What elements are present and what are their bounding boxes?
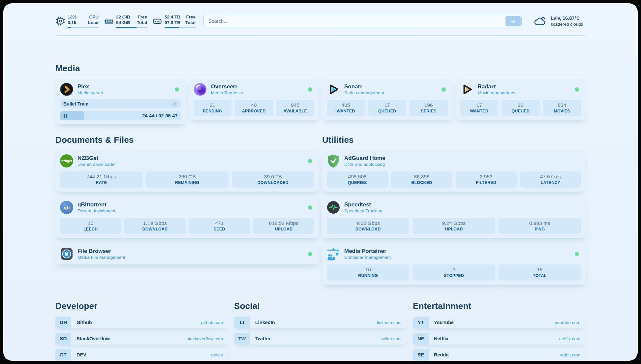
stat-label: FILTERED <box>457 180 515 185</box>
stat-label: RATE <box>61 180 141 185</box>
stat-label: PING <box>500 227 580 232</box>
app-description: Media Requests <box>211 90 304 96</box>
memory-widget: 22 GiB Free 64 GiB Total <box>104 14 147 28</box>
section-title-media: Media <box>55 63 586 74</box>
stat-value: 1.19 Gbps <box>126 220 184 227</box>
memory-icon <box>104 16 114 26</box>
stat-tile: 744.21 Mbps RATE <box>60 171 142 188</box>
bookmark-github[interactable]: GH Github github.com <box>55 317 228 328</box>
app-description: Usenet downloader <box>77 162 304 167</box>
status-online-dot <box>575 87 579 92</box>
bookmark-abbr: NF <box>413 333 429 345</box>
plex-icon <box>60 83 73 96</box>
stat-label: MOVIES <box>544 108 580 114</box>
app-card-qbittorrent[interactable]: qb qBittorrent Torrent downloader 16 LEE… <box>55 197 319 238</box>
app-card-adguard[interactable]: AdGuard Home DNS and adblocking 498,508 … <box>322 150 586 192</box>
app-card-overseerr[interactable]: Overseerr Media Requests 21 PENDING 40 A… <box>189 79 319 120</box>
stat-value: 0 <box>414 266 494 273</box>
stat-value: 2,953 <box>457 173 515 180</box>
cpu-progress-fill <box>68 27 71 28</box>
bookmark-abbr: TW <box>234 333 250 345</box>
bookmark-name: Netflix <box>434 336 448 341</box>
playback-progress-bar[interactable]: 24:44 / 02:06:47 <box>60 111 181 120</box>
stat-tile: 0.993 ms PING <box>499 218 581 234</box>
app-name: Media Portainer <box>344 248 570 255</box>
topbar-divider <box>55 36 586 36</box>
status-online-dot <box>308 205 312 210</box>
memory-label-2: Total <box>137 20 147 25</box>
app-description: Speedtest Tracking <box>344 208 581 214</box>
memory-total: 64 GiB <box>116 20 130 25</box>
bookmark-abbr: DT <box>55 349 71 361</box>
now-playing-row: Bullet Train <box>60 99 181 108</box>
bookmark-group-entertainment: Entertainment YT YouTube youtube.com NF … <box>413 301 586 361</box>
bookmark-name: Reddit <box>434 352 449 357</box>
stat-label: UPLOAD <box>255 227 313 232</box>
stat-value: 9.65 Gbps <box>328 220 408 227</box>
search-engine-button[interactable]: G <box>505 16 521 26</box>
app-description: DNS and adblocking <box>344 162 581 167</box>
bookmark-name: Github <box>76 320 92 325</box>
memory-label-1: Free <box>137 14 147 20</box>
app-name: qBittorrent <box>77 201 304 208</box>
stat-value: 86,396 <box>392 173 451 180</box>
overseerr-icon <box>194 83 207 96</box>
bookmark-abbr: RE <box>413 349 429 361</box>
bookmark-name: Twitter <box>255 336 270 341</box>
memory-free: 22 GiB <box>116 14 130 20</box>
app-description: Media server <box>77 90 170 96</box>
stat-value: 47.57 ms <box>521 173 580 180</box>
radarr-icon <box>460 83 473 96</box>
status-online-dot <box>442 87 446 92</box>
stat-label: UPLOAD <box>414 227 494 232</box>
stat-tile: 21 PENDING <box>194 100 232 116</box>
bookmark-dev[interactable]: DT DEV dev.to <box>55 349 228 361</box>
section-title-developer: Developer <box>55 301 228 311</box>
stat-value: 485 <box>328 102 364 108</box>
stat-value: 196 <box>411 102 446 108</box>
app-card-sonarr[interactable]: Sonarr Series management 485 WANTED 17 Q… <box>322 79 452 120</box>
stat-value: 16 <box>500 266 580 273</box>
bookmark-reddit[interactable]: RE Reddit reddit.com <box>413 349 586 361</box>
bookmark-name: LinkedIn <box>255 320 275 325</box>
filebrowser-icon <box>60 247 73 260</box>
bookmark-stackoverflow[interactable]: SO StackOverflow stackoverflow.com <box>55 333 228 345</box>
app-card-filebrowser[interactable]: File Browser Media File Management <box>55 243 319 264</box>
stat-value: 16 <box>328 266 408 273</box>
disk-widget: 52.4 TB Free 97.9 TB Total <box>152 14 196 28</box>
topbar: 12% CPU 3.15 Load <box>55 12 586 30</box>
bookmark-linkedin[interactable]: LI LinkedIn linkedin.com <box>234 317 407 328</box>
app-name: Sonarr <box>344 83 437 90</box>
app-card-radarr[interactable]: Radarr Movie management 17 WANTED 22 QUE… <box>456 79 586 120</box>
cpu-widget: 12% CPU 3.15 Load <box>55 14 99 28</box>
app-description: Movie management <box>478 90 571 96</box>
app-name: NZBGet <box>77 155 304 162</box>
disk-icon <box>152 16 162 26</box>
app-card-plex[interactable]: Plex Media server Bullet Train <box>55 79 186 124</box>
bookmark-twitter[interactable]: TW Twitter twitter.com <box>234 333 407 345</box>
stat-value: 945 <box>278 102 313 108</box>
stat-tile: 40 APPROVED <box>235 100 273 116</box>
stat-label: APPROVED <box>236 108 272 114</box>
stat-tile: 9.65 Gbps DOWNLOAD <box>327 218 409 234</box>
app-description: Torrent downloader <box>77 208 304 214</box>
stat-tile: 485 WANTED <box>327 100 365 116</box>
app-card-portainer[interactable]: Media Portainer Container management 16 … <box>322 243 586 285</box>
cloud-icon <box>534 15 547 27</box>
app-name: Overseerr <box>211 83 304 90</box>
search-input[interactable] <box>203 15 522 27</box>
stat-tile: 498,508 QUERIES <box>327 171 388 188</box>
app-card-nzbget[interactable]: nzbget NZBGet Usenet downloader 744.21 M… <box>55 150 319 192</box>
app-name: Radarr <box>478 83 571 90</box>
speedtest-icon <box>327 201 340 214</box>
bookmark-youtube[interactable]: YT YouTube youtube.com <box>413 317 586 328</box>
bookmark-abbr: LI <box>234 317 250 328</box>
memory-progress-track <box>116 27 147 28</box>
disk-progress-fill <box>165 27 179 28</box>
memory-progress-fill <box>116 27 137 28</box>
stat-label: DOWNLOADED <box>233 180 313 185</box>
bookmark-netflix[interactable]: NF Netflix netflix.com <box>413 333 586 345</box>
cpu-label-1: CPU <box>88 14 99 20</box>
app-card-speedtest[interactable]: Speedtest Speedtest Tracking 9.65 Gbps D… <box>322 197 586 238</box>
section-title-entertainment: Entertainment <box>413 301 586 311</box>
